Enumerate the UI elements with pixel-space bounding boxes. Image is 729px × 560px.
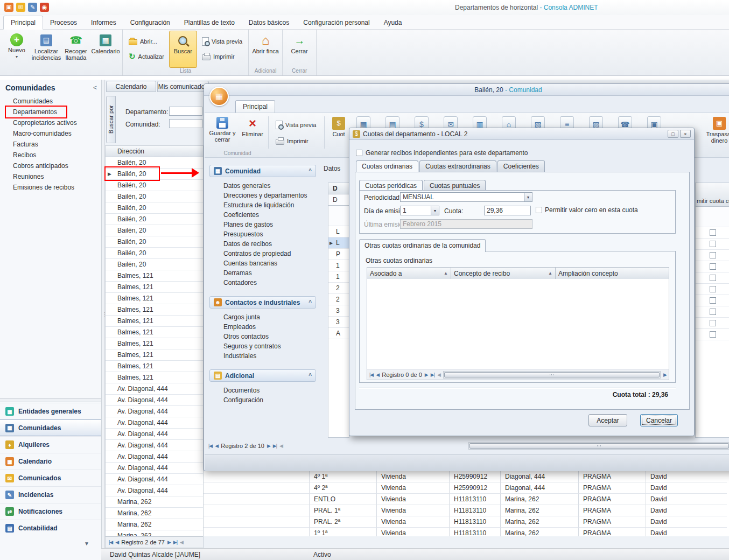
document-tab-calendario[interactable]: Calendario bbox=[106, 81, 156, 92]
list-row[interactable]: ▶ Marina, 262 bbox=[106, 519, 203, 530]
nav-item[interactable]: Contadores bbox=[209, 278, 316, 288]
scrollbar-thumb[interactable] bbox=[444, 372, 660, 377]
nav-item[interactable]: Empleados bbox=[209, 322, 316, 332]
list-row[interactable]: ▶ Av. Diagonal, 444 bbox=[106, 429, 203, 440]
tab[interactable]: Coeficientes bbox=[497, 160, 545, 172]
first-record-button[interactable]: |◀ bbox=[109, 540, 113, 545]
list-row[interactable]: ▶ Av. Diagonal, 444 bbox=[106, 440, 203, 451]
list-row[interactable]: ▶ Bailén, 20 bbox=[106, 225, 203, 236]
checkbox[interactable] bbox=[710, 309, 716, 315]
last-record-button[interactable]: ▶| bbox=[431, 372, 434, 377]
last-record-button[interactable]: ▶| bbox=[173, 540, 177, 545]
list-row[interactable]: ▶ Balmes, 121 bbox=[106, 304, 203, 316]
nav-item[interactable]: Cargos junta bbox=[209, 312, 316, 322]
collapse-icon[interactable]: ^ bbox=[309, 299, 312, 305]
imprimir-button[interactable]: Imprimir bbox=[199, 51, 246, 62]
cancelar-button[interactable]: Cancelar bbox=[640, 414, 678, 426]
menu-tab[interactable]: Plantillas de texto bbox=[177, 16, 242, 29]
list-row[interactable]: ▶ Av. Diagonal, 444 bbox=[106, 474, 203, 485]
nav-item[interactable]: Coeficientes bbox=[209, 210, 316, 220]
maximize-button[interactable]: □ bbox=[668, 130, 678, 138]
list-row[interactable]: ▶ Av. Diagonal, 444 bbox=[106, 417, 203, 429]
checkbox[interactable] bbox=[710, 263, 716, 270]
list-row[interactable]: ▶ Balmes, 121 bbox=[106, 327, 203, 338]
list-row[interactable]: ▶ Av. Diagonal, 444 bbox=[106, 451, 203, 463]
collapse-icon[interactable]: ^ bbox=[309, 168, 312, 174]
nav-item[interactable]: Datos generales bbox=[209, 181, 316, 191]
horizontal-scrollbar[interactable] bbox=[443, 371, 661, 379]
minigrid-row[interactable]: ▶ 2 bbox=[328, 283, 349, 294]
checkbox[interactable] bbox=[710, 252, 716, 258]
grid-row[interactable]: 1º 1ª Vivienda H11813110 Marina, 262 PRA… bbox=[204, 528, 729, 536]
first-record-button[interactable]: |◀ bbox=[208, 443, 212, 449]
scroll-left-button[interactable]: ◀ bbox=[437, 372, 440, 377]
column-header-ampliacion[interactable]: Ampliación concepto bbox=[556, 268, 669, 279]
nav-item[interactable]: Industriales bbox=[209, 351, 316, 361]
list-row[interactable]: ▶ Bailén, 20 bbox=[106, 214, 203, 225]
minigrid-row[interactable]: ▶ P bbox=[328, 249, 349, 260]
next-record-button[interactable]: ▶ bbox=[425, 372, 428, 377]
list-row[interactable]: ▶ Bailén, 20 bbox=[106, 180, 203, 191]
nuevo-button[interactable]: + Nuevo ▾ bbox=[3, 31, 31, 68]
next-record-button[interactable]: ▶ bbox=[267, 443, 270, 449]
app-icon[interactable]: ▣ bbox=[4, 3, 13, 12]
nav-item[interactable]: Configuración bbox=[209, 395, 316, 405]
tab[interactable]: Cuotas ordinarias bbox=[356, 160, 418, 172]
list-row[interactable]: ▶ Av. Diagonal, 444 bbox=[106, 485, 203, 496]
nav-item[interactable]: Estructura de liquidación bbox=[209, 200, 316, 210]
localizar-incidencias-button[interactable]: ▤ Localizar incidencias bbox=[32, 31, 60, 68]
recoger-llamada-button[interactable]: ☎ Recoger llamada bbox=[62, 31, 90, 68]
menu-tab[interactable]: Ayuda bbox=[377, 16, 409, 29]
vertical-splitter[interactable]: ⋮ bbox=[101, 80, 105, 560]
vista-previa-button[interactable]: Vista previa bbox=[199, 36, 246, 47]
sidebar-nav-comunidades[interactable]: ▦ Comunidades bbox=[0, 419, 101, 436]
list-row[interactable]: ▶ Bailén, 20 bbox=[106, 259, 203, 270]
eliminar-button[interactable]: × Eliminar bbox=[240, 115, 265, 150]
grid-row[interactable]: 4º 2ª Vivienda H25990912 Diagonal, 444 P… bbox=[204, 482, 729, 494]
nav-item[interactable]: Seguros y contratos bbox=[209, 341, 316, 351]
minigrid-row[interactable]: ▶ L bbox=[328, 226, 349, 237]
abrir-button[interactable]: Abrir... bbox=[125, 36, 167, 47]
dialog-imprimir-button[interactable]: Imprimir bbox=[272, 136, 312, 146]
abrir-finca-button[interactable]: ⌂ Abrir finca bbox=[251, 31, 279, 68]
minigrid-row[interactable]: ▶ 3 bbox=[328, 305, 349, 317]
grid-row[interactable]: PRAL. 1ª Vivienda H11813110 Marina, 262 … bbox=[204, 505, 729, 516]
mail-icon[interactable]: ✉ bbox=[16, 3, 25, 12]
nav-group-adicional[interactable]: ▤ Adicional ^ bbox=[209, 369, 316, 382]
sidebar-nav-comunicados[interactable]: ✉ Comunicados bbox=[0, 470, 101, 486]
sidebar-item[interactable]: Cobros anticipados bbox=[0, 160, 101, 171]
cuotas-button[interactable]: $ Cuot bbox=[327, 115, 350, 150]
sidebar-nav-alquileres[interactable]: ♦ Alquileres bbox=[0, 436, 101, 453]
comunidad-input[interactable] bbox=[169, 119, 202, 128]
menu-tab[interactable]: Informes bbox=[84, 16, 123, 29]
document-tab-mis-comunicados[interactable]: Mis comunicados bbox=[157, 81, 209, 92]
sidebar-item[interactable]: Macro-comunidades bbox=[0, 128, 101, 139]
notes-icon[interactable]: ✎ bbox=[28, 3, 37, 12]
grid-row[interactable]: ENTLO Vivienda H11813110 Marina, 262 PRA… bbox=[204, 494, 729, 505]
menu-tab[interactable]: Datos básicos bbox=[242, 16, 296, 29]
cerrar-button[interactable]: → Cerrar bbox=[285, 31, 313, 68]
chevron-down-icon[interactable]: ▼ bbox=[431, 206, 439, 215]
dialog-vista-previa-button[interactable]: Vista previa bbox=[272, 120, 319, 130]
actualizar-button[interactable]: ↻ Actualizar bbox=[125, 51, 167, 62]
checkbox[interactable] bbox=[536, 207, 542, 213]
sidebar-nav-notificaciones[interactable]: ⇄ Notificaciones bbox=[0, 503, 101, 520]
cuota-input[interactable]: 29,36 bbox=[484, 206, 531, 215]
nav-item[interactable]: Contratos de propiedad bbox=[209, 249, 316, 258]
chevron-down-icon[interactable]: ▼ bbox=[84, 541, 89, 547]
checkbox[interactable] bbox=[710, 241, 716, 247]
list-row[interactable]: ▶ Balmes, 121 bbox=[106, 349, 203, 361]
nav-item[interactable]: Presupuestos bbox=[209, 229, 316, 239]
sidebar-item[interactable]: Recibos bbox=[0, 150, 101, 160]
otras-cuotas-group-tab[interactable]: Otras cuotas ordinarias de la comunidad bbox=[359, 239, 486, 252]
list-row[interactable]: ▶ Av. Diagonal, 444 bbox=[106, 383, 203, 395]
permitir-valor-cero-option[interactable]: Permitir valor cero en esta cuota bbox=[536, 206, 638, 214]
menu-tab[interactable]: Configuración bbox=[123, 16, 177, 29]
comunidad-orb-icon[interactable]: ▦ bbox=[209, 87, 229, 106]
list-row[interactable]: ▶ Marina, 262 bbox=[106, 530, 203, 536]
subtab[interactable]: Cuotas puntuales bbox=[424, 180, 486, 191]
minigrid-row[interactable]: ▶ 2 bbox=[328, 294, 349, 305]
scroll-right-button[interactable]: ▶ bbox=[663, 372, 667, 377]
close-button[interactable]: × bbox=[680, 130, 691, 138]
collapse-icon[interactable]: ^ bbox=[309, 373, 312, 379]
